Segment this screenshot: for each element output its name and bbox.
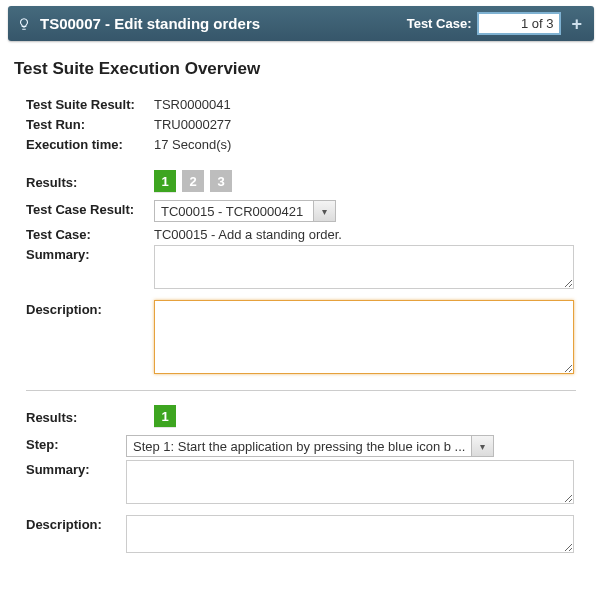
section2-pager-1[interactable]: 1 <box>154 405 176 427</box>
label-description-1: Description: <box>26 300 154 317</box>
step-dropdown[interactable]: Step 1: Start the application by pressin… <box>126 435 494 457</box>
content: Test Suite Result: TSR0000041 Test Run: … <box>0 95 602 566</box>
value-execution-time: 17 Second(s) <box>154 135 231 152</box>
chevron-down-icon: ▾ <box>480 441 485 452</box>
test-case-result-dropdown-button[interactable]: ▾ <box>314 200 336 222</box>
label-description-2: Description: <box>26 515 126 532</box>
value-test-suite-result: TSR0000041 <box>154 95 231 112</box>
step-dropdown-button[interactable]: ▾ <box>472 435 494 457</box>
row-summary-2: Summary: <box>26 460 576 504</box>
row-execution-time: Execution time: 17 Second(s) <box>26 135 576 152</box>
label-step: Step: <box>26 435 126 452</box>
row-test-suite-result: Test Suite Result: TSR0000041 <box>26 95 576 112</box>
row-step: Step: Step 1: Start the application by p… <box>26 435 576 457</box>
chevron-down-icon: ▾ <box>322 206 327 217</box>
section2-pager: 1 <box>154 405 176 427</box>
section2-results-label: Results: <box>26 408 154 425</box>
label-summary-1: Summary: <box>26 245 154 262</box>
section2-results-row: Results: 1 <box>26 405 576 427</box>
description-textarea-2[interactable] <box>126 515 574 553</box>
test-case-result-selected: TC00015 - TCR0000421 <box>154 200 314 222</box>
plus-icon: + <box>571 14 582 34</box>
header-title: TS00007 - Edit standing orders <box>40 15 260 32</box>
label-test-run: Test Run: <box>26 115 154 132</box>
section1-pager-1[interactable]: 1 <box>154 170 176 192</box>
section1-results-row: Results: 1 2 3 <box>26 170 576 192</box>
summary-textarea-2[interactable] <box>126 460 574 504</box>
section1-pager-3[interactable]: 3 <box>210 170 232 192</box>
label-summary-2: Summary: <box>26 460 126 477</box>
page-title: Test Suite Execution Overview <box>14 59 588 79</box>
section1-pager: 1 2 3 <box>154 170 232 192</box>
description-textarea-1[interactable] <box>154 300 574 374</box>
test-case-position-input[interactable] <box>477 12 561 35</box>
row-description-2: Description: <box>26 515 576 553</box>
value-test-case: TC00015 - Add a standing order. <box>154 225 342 242</box>
label-test-case: Test Case: <box>26 225 154 242</box>
label-execution-time: Execution time: <box>26 135 154 152</box>
section1-pager-2[interactable]: 2 <box>182 170 204 192</box>
lightbulb-icon <box>16 16 32 32</box>
label-test-case-result: Test Case Result: <box>26 200 154 217</box>
step-selected: Step 1: Start the application by pressin… <box>126 435 472 457</box>
header-bar: TS00007 - Edit standing orders Test Case… <box>8 6 594 41</box>
row-test-run: Test Run: TRU0000277 <box>26 115 576 132</box>
add-test-case-button[interactable]: + <box>567 15 586 33</box>
section-divider <box>26 390 576 391</box>
test-case-label: Test Case: <box>407 16 472 31</box>
label-test-suite-result: Test Suite Result: <box>26 95 154 112</box>
section1-results-label: Results: <box>26 173 154 190</box>
header-right: Test Case: + <box>407 12 586 35</box>
row-description-1: Description: <box>26 300 576 374</box>
row-summary-1: Summary: <box>26 245 576 289</box>
row-test-case: Test Case: TC00015 - Add a standing orde… <box>26 225 576 242</box>
row-test-case-result: Test Case Result: TC00015 - TCR0000421 ▾ <box>26 200 576 222</box>
summary-textarea-1[interactable] <box>154 245 574 289</box>
header-left: TS00007 - Edit standing orders <box>16 15 260 32</box>
value-test-run: TRU0000277 <box>154 115 231 132</box>
test-case-result-dropdown[interactable]: TC00015 - TCR0000421 ▾ <box>154 200 336 222</box>
